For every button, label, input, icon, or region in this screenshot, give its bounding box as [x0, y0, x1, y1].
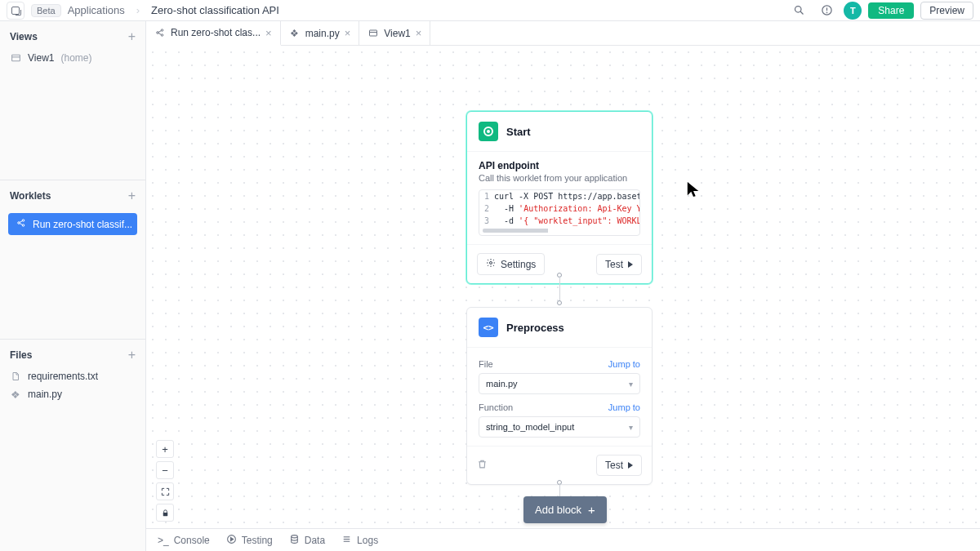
svg-point-22 — [291, 535, 297, 537]
svg-rect-17 — [370, 30, 377, 36]
start-node[interactable]: Start API endpoint Call this worklet fro… — [466, 111, 653, 284]
help-icon[interactable] — [816, 0, 837, 21]
canvas[interactable]: Start API endpoint Call this worklet fro… — [146, 46, 980, 551]
jump-to-link[interactable]: Jump to — [608, 402, 640, 412]
function-field-label: Function — [479, 402, 513, 412]
terminal-icon: >_ — [158, 535, 169, 546]
zoom-out-button[interactable]: − — [156, 461, 174, 479]
connector-line — [559, 276, 560, 302]
python-icon: ❖ — [10, 389, 21, 400]
avatar[interactable]: T — [844, 2, 862, 20]
file-select[interactable]: main.py ▾ — [479, 373, 640, 394]
breadcrumb-root[interactable]: Applications — [68, 4, 125, 16]
add-block-button[interactable]: Add block + — [523, 496, 607, 523]
horizontal-scrollbar[interactable] — [483, 229, 636, 233]
worklet-label: Run zero-shot classif... — [33, 219, 132, 230]
sidebar: Views + View1 (home) Worklets + Run zero… — [0, 21, 146, 551]
view-icon — [368, 28, 379, 39]
svg-line-1 — [800, 11, 803, 14]
file-name: main.py — [28, 389, 62, 400]
share-alt-icon — [16, 218, 26, 230]
logs-tab[interactable]: Logs — [341, 534, 378, 547]
testing-tab[interactable]: Testing — [226, 534, 273, 547]
view-icon — [10, 52, 21, 64]
zoom-controls: + − — [156, 440, 174, 522]
svg-rect-5 — [11, 55, 20, 61]
tab-worklet[interactable]: Run zero-shot clas... × — [146, 21, 281, 46]
lock-button[interactable] — [156, 504, 174, 522]
api-endpoint-sub: Call this worklet from your application — [479, 173, 640, 183]
tab-label: Run zero-shot clas... — [171, 27, 261, 38]
cursor-icon — [686, 180, 701, 200]
svg-point-19 — [490, 262, 492, 264]
sidebar-file-item[interactable]: requirements.txt — [0, 367, 145, 385]
tab-file[interactable]: ❖ main.py × — [281, 21, 360, 45]
sidebar-view-item[interactable]: View1 (home) — [0, 49, 145, 67]
tab-close-icon[interactable]: × — [416, 27, 422, 39]
chevron-right-icon: › — [136, 4, 140, 16]
tab-close-icon[interactable]: × — [345, 27, 351, 39]
share-button[interactable]: Share — [868, 2, 914, 19]
python-icon: ❖ — [289, 28, 301, 39]
svg-point-0 — [795, 7, 801, 13]
play-circle-icon — [226, 534, 237, 547]
console-tab[interactable]: >_ Console — [158, 535, 210, 546]
play-icon — [628, 261, 633, 268]
node-title: Preprocess — [506, 322, 564, 334]
fit-button[interactable] — [156, 482, 174, 500]
chevron-down-icon: ▾ — [629, 380, 633, 389]
api-endpoint-label: API endpoint — [479, 160, 640, 171]
views-heading: Views — [10, 31, 38, 42]
test-button[interactable]: Test — [596, 254, 642, 275]
app-logo[interactable] — [7, 2, 24, 20]
file-field-label: File — [479, 359, 493, 369]
file-select-value: main.py — [486, 379, 518, 389]
gear-icon — [486, 258, 496, 270]
preview-button[interactable]: Preview — [920, 2, 973, 20]
trash-icon[interactable] — [477, 459, 488, 472]
svg-line-16 — [158, 33, 162, 35]
tab-label: main.py — [305, 28, 340, 39]
svg-point-4 — [826, 12, 827, 13]
tab-label: View1 — [384, 28, 410, 39]
main-area: Run zero-shot clas... × ❖ main.py × View… — [146, 21, 980, 551]
tab-close-icon[interactable]: × — [265, 27, 272, 39]
zoom-in-button[interactable]: + — [156, 440, 174, 458]
worklets-heading: Worklets — [10, 190, 51, 202]
search-icon[interactable] — [788, 0, 809, 21]
add-view-button[interactable]: + — [128, 29, 136, 44]
top-header: Beta Applications › Zero-shot classifica… — [0, 0, 980, 21]
plus-icon: + — [588, 503, 595, 517]
breadcrumb-current: Zero-shot classification API — [151, 4, 279, 16]
tab-bar: Run zero-shot clas... × ❖ main.py × View… — [146, 21, 980, 46]
svg-line-10 — [20, 221, 23, 223]
code-snippet[interactable]: 1curl -X POST https://app.baseten 2 -H '… — [479, 189, 640, 236]
test-button[interactable]: Test — [596, 455, 642, 476]
connector-dot — [557, 300, 562, 305]
view-label: View1 — [28, 52, 54, 64]
node-title: Start — [506, 126, 531, 138]
view-hint: (home) — [60, 52, 91, 64]
jump-to-link[interactable]: Jump to — [608, 359, 640, 369]
beta-badge: Beta — [31, 4, 61, 17]
settings-button[interactable]: Settings — [477, 253, 545, 275]
svg-line-15 — [158, 31, 162, 33]
database-icon — [289, 534, 300, 547]
play-icon — [628, 462, 633, 469]
svg-line-11 — [20, 224, 23, 225]
sidebar-worklet-item[interactable]: Run zero-shot classif... — [8, 213, 137, 235]
preprocess-node[interactable]: <> Preprocess File Jump to main.py ▾ Fun… — [466, 307, 653, 485]
file-icon — [10, 371, 21, 382]
share-alt-icon — [154, 27, 166, 38]
code-icon: <> — [479, 318, 498, 337]
data-tab[interactable]: Data — [289, 534, 325, 547]
file-name: requirements.txt — [28, 371, 98, 382]
add-file-button[interactable]: + — [128, 348, 136, 362]
add-worklet-button[interactable]: + — [128, 189, 136, 203]
bottom-bar: >_ Console Testing Data Logs — [146, 528, 980, 551]
start-icon — [479, 122, 498, 141]
tab-view[interactable]: View1 × — [359, 21, 430, 45]
function-select[interactable]: string_to_model_input ▾ — [479, 416, 640, 438]
sidebar-file-item[interactable]: ❖ main.py — [0, 385, 145, 403]
list-icon — [341, 534, 352, 547]
